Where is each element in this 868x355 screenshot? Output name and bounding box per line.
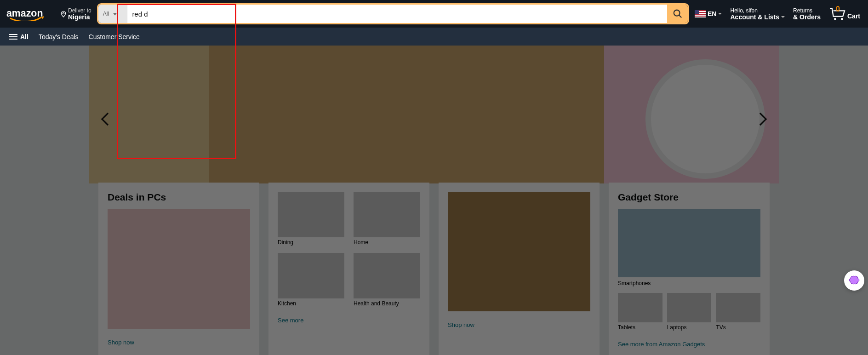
language-code: EN xyxy=(708,11,716,17)
returns-orders[interactable]: Returns & Orders xyxy=(789,4,825,24)
search-submit-button[interactable] xyxy=(667,5,688,23)
chevron-down-icon xyxy=(781,16,785,18)
chevron-down-icon xyxy=(718,13,722,15)
nav-belt: amazon Deliver to Nigeria All re xyxy=(0,0,868,28)
svg-point-23 xyxy=(834,18,836,20)
cart-label: Cart xyxy=(847,12,860,20)
greeting-text: Hello, sifon xyxy=(730,7,785,14)
returns-line2: & Orders xyxy=(793,14,821,20)
cart-count: 0 xyxy=(836,5,840,13)
extension-badge[interactable] xyxy=(844,270,864,291)
all-label: All xyxy=(20,33,29,40)
search-icon xyxy=(673,9,683,19)
nav-right: EN Hello, sifon Account & Lists Returns … xyxy=(691,4,864,24)
account-lists-label: Account & Lists xyxy=(730,14,779,20)
nav-main: All Today's Deals Customer Service xyxy=(0,28,868,46)
flag-us-icon xyxy=(695,10,706,17)
subnav-item-todays-deals[interactable]: Today's Deals xyxy=(34,29,83,44)
svg-text:amazon: amazon xyxy=(6,8,43,19)
account-menu[interactable]: Hello, sifon Account & Lists xyxy=(726,4,789,24)
hamburger-icon xyxy=(9,33,17,41)
deliver-line2: Nigeria xyxy=(68,14,91,20)
svg-line-3 xyxy=(679,15,681,18)
search-input[interactable] xyxy=(127,5,667,23)
svg-point-2 xyxy=(674,10,680,16)
language-selector[interactable]: EN xyxy=(691,6,726,21)
cart-link[interactable]: 0 Cart xyxy=(825,4,864,23)
modal-dim-overlay xyxy=(0,46,868,355)
search-category-dropdown[interactable]: All xyxy=(98,5,128,23)
svg-point-1 xyxy=(63,12,64,14)
search-bar: All red dot sightred dressred dotred dre… xyxy=(98,5,688,23)
hamburger-all[interactable]: All xyxy=(5,29,33,45)
location-icon xyxy=(60,10,67,20)
subnav-item-customer-service[interactable]: Customer Service xyxy=(84,29,144,44)
svg-point-24 xyxy=(841,18,843,20)
deliver-to[interactable]: Deliver to Nigeria xyxy=(56,5,96,23)
deliver-line1: Deliver to xyxy=(68,7,91,14)
amazon-logo[interactable]: amazon xyxy=(4,5,56,23)
brain-icon xyxy=(849,275,860,286)
returns-line1: Returns xyxy=(793,7,821,14)
search-category-label: All xyxy=(103,11,109,17)
page-body: Deals in PCs Shop now Dining Home Kitche… xyxy=(0,46,868,355)
